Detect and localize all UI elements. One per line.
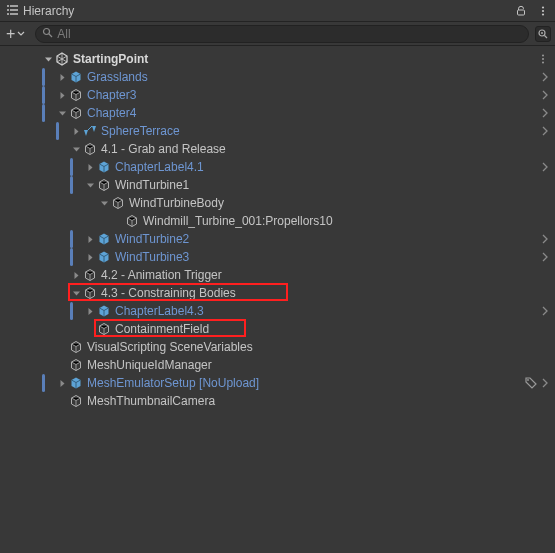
node-label: WindTurbineBody <box>129 194 224 212</box>
chevron-right-icon[interactable] <box>541 252 549 262</box>
node-label: MeshUniqueIdManager <box>87 356 212 374</box>
chevron-down-icon[interactable] <box>98 197 110 209</box>
chevron-right-icon[interactable] <box>56 89 68 101</box>
chevron-right-icon[interactable] <box>84 161 96 173</box>
tree-row[interactable]: WindTurbine1 <box>0 176 555 194</box>
prefab-variant-icon <box>82 123 98 139</box>
toolbar: + <box>0 22 555 46</box>
tree-row[interactable]: MeshUniqueIdManager <box>0 356 555 374</box>
node-label: 4.2 - Animation Trigger <box>101 266 222 284</box>
node-label: Windmill_Turbine_001:Propellors10 <box>143 212 333 230</box>
tree-row[interactable]: MeshEmulatorSetup [NoUpload] <box>0 374 555 392</box>
svg-point-4 <box>44 28 50 34</box>
svg-point-2 <box>542 9 544 11</box>
chevron-right-icon[interactable] <box>541 234 549 244</box>
tree-row[interactable]: Chapter3 <box>0 86 555 104</box>
gameobject-icon <box>68 393 84 409</box>
prefab-icon <box>96 249 112 265</box>
chevron-right-icon[interactable] <box>541 162 549 172</box>
node-label: 4.3 - Constraining Bodies <box>101 284 236 302</box>
prefab-icon <box>96 303 112 319</box>
tree-row[interactable]: MeshThumbnailCamera <box>0 392 555 410</box>
panel-header: Hierarchy <box>0 0 555 22</box>
tree-row[interactable]: 4.3 - Constraining Bodies <box>0 284 555 302</box>
chevron-down-icon[interactable] <box>56 107 68 119</box>
chevron-right-icon[interactable] <box>70 269 82 281</box>
toggle-empty <box>112 215 124 227</box>
toggle-empty <box>56 395 68 407</box>
tree-row[interactable]: ChapterLabel4.1 <box>0 158 555 176</box>
chevron-right-icon[interactable] <box>541 126 549 136</box>
chevron-right-icon[interactable] <box>541 378 549 388</box>
prefab-icon <box>68 375 84 391</box>
tree-row[interactable]: VisualScripting SceneVariables <box>0 338 555 356</box>
toggle-empty <box>56 359 68 371</box>
node-label: ChapterLabel4.1 <box>115 158 204 176</box>
chevron-right-icon[interactable] <box>84 305 96 317</box>
node-label: WindTurbine1 <box>115 176 189 194</box>
gameobject-icon <box>68 105 84 121</box>
gameobject-icon <box>82 141 98 157</box>
node-label: WindTurbine3 <box>115 248 189 266</box>
chevron-right-icon[interactable] <box>84 251 96 263</box>
tree-row[interactable]: ChapterLabel4.3 <box>0 302 555 320</box>
hierarchy-icon <box>6 4 19 17</box>
tree-row[interactable]: 4.1 - Grab and Release <box>0 140 555 158</box>
panel-title-text: Hierarchy <box>23 4 74 18</box>
tree-row[interactable]: WindTurbine2 <box>0 230 555 248</box>
tree-row[interactable]: WindTurbineBody <box>0 194 555 212</box>
node-label: WindTurbine2 <box>115 230 189 248</box>
gameobject-icon <box>110 195 126 211</box>
tree-row[interactable]: 4.2 - Animation Trigger <box>0 266 555 284</box>
node-label: 4.1 - Grab and Release <box>101 140 226 158</box>
node-label: StartingPoint <box>73 50 148 68</box>
svg-point-1 <box>542 6 544 8</box>
svg-point-6 <box>542 55 544 57</box>
tree-row[interactable]: Grasslands <box>0 68 555 86</box>
chevron-down-icon[interactable] <box>84 179 96 191</box>
hierarchy-tree[interactable]: StartingPoint Grasslands Chapter3 <box>0 46 555 553</box>
unity-scene-icon <box>54 51 70 67</box>
lock-icon[interactable] <box>513 3 529 19</box>
chevron-down-icon[interactable] <box>70 287 82 299</box>
chevron-down-icon[interactable] <box>70 143 82 155</box>
chevron-right-icon[interactable] <box>541 108 549 118</box>
gameobject-icon <box>96 321 112 337</box>
svg-rect-0 <box>518 10 525 15</box>
gameobject-icon <box>82 285 98 301</box>
node-label: Chapter4 <box>87 104 136 122</box>
search-icon <box>42 27 53 41</box>
node-label: MeshEmulatorSetup [NoUpload] <box>87 374 259 392</box>
search-input[interactable] <box>57 27 522 41</box>
node-label: MeshThumbnailCamera <box>87 392 215 410</box>
search-field[interactable] <box>35 25 529 43</box>
tree-row[interactable]: ContainmentField <box>0 320 555 338</box>
panel-title: Hierarchy <box>4 4 513 18</box>
chevron-right-icon[interactable] <box>541 306 549 316</box>
hierarchy-panel: Hierarchy + <box>0 0 555 553</box>
chevron-right-icon[interactable] <box>70 125 82 137</box>
node-label: SphereTerrace <box>101 122 180 140</box>
chevron-right-icon[interactable] <box>541 72 549 82</box>
chevron-right-icon[interactable] <box>56 71 68 83</box>
chevron-right-icon[interactable] <box>541 90 549 100</box>
svg-point-9 <box>527 379 529 381</box>
prefab-icon <box>68 69 84 85</box>
svg-point-7 <box>542 58 544 60</box>
prefab-icon <box>96 159 112 175</box>
tree-row[interactable]: Chapter4 <box>0 104 555 122</box>
node-label: VisualScripting SceneVariables <box>87 338 253 356</box>
tree-row[interactable]: Windmill_Turbine_001:Propellors10 <box>0 212 555 230</box>
chevron-right-icon[interactable] <box>84 233 96 245</box>
more-icon[interactable] <box>537 53 549 65</box>
tree-row-scene[interactable]: StartingPoint <box>0 50 555 68</box>
tree-row[interactable]: SphereTerrace <box>0 122 555 140</box>
search-by-type-icon[interactable] <box>535 26 551 42</box>
tree-row[interactable]: WindTurbine3 <box>0 248 555 266</box>
chevron-right-icon[interactable] <box>56 377 68 389</box>
chevron-down-icon[interactable] <box>42 53 54 65</box>
create-button[interactable]: + <box>4 25 29 43</box>
svg-point-3 <box>542 13 544 15</box>
tag-icon <box>525 377 537 389</box>
panel-menu-icon[interactable] <box>535 3 551 19</box>
